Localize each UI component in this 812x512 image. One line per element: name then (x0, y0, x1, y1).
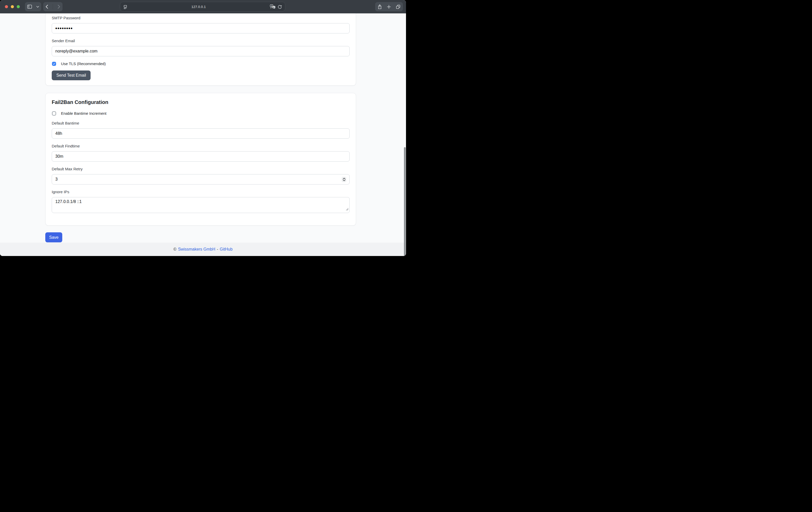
address-bar[interactable]: 127.0.0.1 A x (120, 2, 285, 11)
check-icon (53, 62, 56, 65)
page-settings-icon[interactable] (123, 5, 127, 9)
default-findtime-label: Default Findtime (52, 144, 350, 148)
enable-bantime-increment-checkbox[interactable] (52, 111, 56, 116)
share-icon[interactable] (378, 4, 382, 9)
number-stepper[interactable] (342, 177, 346, 182)
nav-button-group (43, 2, 62, 11)
use-tls-checkbox[interactable] (52, 62, 56, 66)
smtp-password-input[interactable] (52, 23, 350, 33)
chevron-down-icon[interactable] (36, 6, 39, 8)
enable-bantime-increment-label: Enable Bantime Increment (61, 111, 107, 116)
svg-text:A: A (271, 5, 272, 7)
ignore-ips-label: Ignore IPs (52, 190, 350, 194)
back-button[interactable] (46, 5, 48, 9)
smtp-settings-card: SMTP Password Sender Email Use TLS (Reco… (45, 13, 356, 86)
vertical-scrollbar-thumb[interactable] (404, 147, 406, 256)
fail2ban-settings-card: Fail2Ban Configuration Enable Bantime In… (45, 93, 356, 226)
zoom-window-button[interactable] (17, 5, 20, 8)
reload-icon[interactable] (278, 5, 282, 9)
default-max-retry-label: Default Max Retry (52, 167, 350, 171)
close-window-button[interactable] (5, 5, 8, 8)
sidebar-button-group (25, 2, 41, 11)
smtp-password-label: SMTP Password (52, 16, 350, 20)
github-link[interactable]: GitHub (220, 247, 233, 252)
use-tls-label: Use TLS (Recommended) (61, 61, 106, 66)
stepper-down-icon[interactable] (343, 179, 346, 181)
stepper-up-icon[interactable] (343, 178, 346, 179)
new-tab-icon[interactable] (387, 5, 391, 9)
tab-overview-icon[interactable] (396, 5, 400, 9)
minimize-window-button[interactable] (11, 5, 14, 8)
fail2ban-section-title: Fail2Ban Configuration (52, 99, 350, 105)
send-test-email-button[interactable]: Send Test Email (52, 70, 91, 80)
company-link[interactable]: Swissmakers GmbH (178, 247, 215, 252)
forward-button[interactable] (58, 5, 60, 9)
translate-icon[interactable]: A x (270, 4, 276, 9)
browser-toolbar: 127.0.0.1 A x (0, 0, 406, 13)
sender-email-label: Sender Email (52, 38, 350, 43)
resize-handle-icon[interactable] (346, 207, 349, 212)
default-bantime-input[interactable] (52, 129, 350, 139)
web-page: SMTP Password Sender Email Use TLS (Reco… (0, 13, 406, 256)
browser-window: 127.0.0.1 A x (0, 0, 406, 256)
footer-separator: - (217, 247, 218, 252)
save-button[interactable]: Save (45, 232, 62, 243)
nav-separator (53, 4, 53, 9)
sidebar-toggle-icon[interactable] (27, 4, 32, 9)
svg-text:x: x (273, 6, 274, 8)
sender-email-input[interactable] (52, 46, 350, 56)
default-max-retry-input[interactable] (52, 174, 350, 184)
page-footer: © Swissmakers GmbH - GitHub (0, 243, 406, 256)
default-bantime-label: Default Bantime (52, 121, 350, 125)
copyright-symbol: © (173, 247, 176, 252)
ignore-ips-textarea[interactable]: 127.0.0.1/8 ::1 (52, 197, 350, 213)
url-text[interactable]: 127.0.0.1 (127, 5, 270, 9)
window-action-group (375, 2, 403, 11)
default-findtime-input[interactable] (52, 151, 350, 162)
